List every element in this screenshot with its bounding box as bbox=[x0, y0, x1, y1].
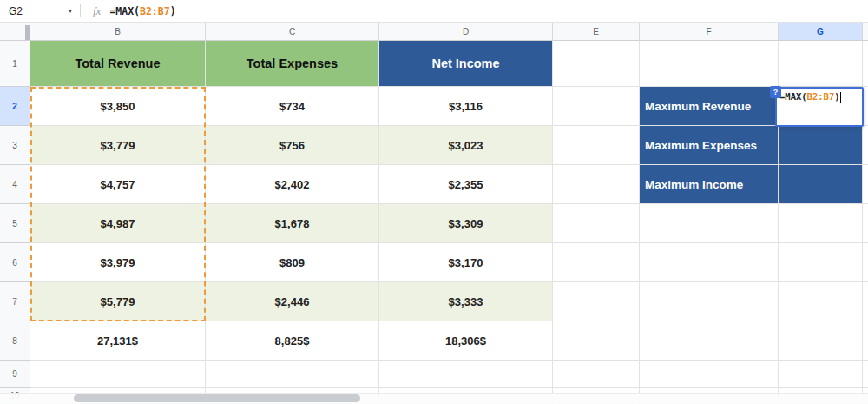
row-5: 5 $4,987 $1,678 $3,309 bbox=[0, 204, 868, 243]
row-header-8[interactable]: 8 bbox=[0, 321, 30, 361]
cell-B9[interactable] bbox=[30, 361, 206, 388]
cell-C1[interactable]: Total Expenses bbox=[206, 41, 379, 87]
active-cell-ref: G2 bbox=[9, 5, 23, 17]
cell-F2[interactable]: Maximum Revenue bbox=[640, 87, 779, 126]
spreadsheet-grid: B C D E F G 1 Total Revenue Total Expens… bbox=[0, 23, 868, 404]
horizontal-scrollbar-track[interactable] bbox=[0, 393, 868, 404]
column-header-G[interactable]: G bbox=[779, 23, 863, 41]
formula-input[interactable]: =MAX(B2:B7) bbox=[109, 5, 175, 17]
cell-G1[interactable] bbox=[779, 41, 863, 87]
cell-D3[interactable]: $3,023 bbox=[379, 126, 553, 165]
cell-C8[interactable]: 8,825$ bbox=[206, 321, 379, 361]
cell-C7[interactable]: $2,446 bbox=[206, 282, 379, 321]
row-header-5[interactable]: 5 bbox=[0, 204, 30, 243]
cell-D7[interactable]: $3,333 bbox=[379, 282, 553, 321]
cell-C4[interactable]: $2,402 bbox=[206, 165, 379, 204]
cell-G8[interactable] bbox=[779, 321, 863, 361]
row-header-2[interactable]: 2 bbox=[0, 87, 30, 126]
cell-editor-G2[interactable]: ?=MAX(B2:B7) bbox=[775, 87, 864, 127]
cell-filler bbox=[863, 41, 868, 87]
cell-F7[interactable] bbox=[640, 282, 779, 321]
cell-G6[interactable] bbox=[779, 243, 863, 282]
formula-help-icon[interactable]: ? bbox=[770, 86, 781, 98]
column-header-E[interactable]: E bbox=[553, 23, 640, 41]
cell-E9[interactable] bbox=[553, 361, 640, 388]
column-header-B[interactable]: B bbox=[30, 23, 206, 41]
cell-F1[interactable] bbox=[640, 41, 779, 87]
cell-filler bbox=[863, 361, 868, 388]
cell-B2[interactable]: $3,850 bbox=[30, 87, 206, 126]
cell-F4[interactable]: Maximum Income bbox=[640, 165, 779, 204]
cell-B1[interactable]: Total Revenue bbox=[30, 41, 206, 87]
hidden-column-indicator[interactable] bbox=[25, 25, 30, 40]
cell-G7[interactable] bbox=[779, 282, 863, 321]
cell-G4[interactable] bbox=[779, 165, 863, 204]
horizontal-scrollbar-thumb[interactable] bbox=[74, 394, 360, 402]
cell-D1[interactable]: Net Income bbox=[379, 41, 553, 87]
row-header-3[interactable]: 3 bbox=[0, 126, 30, 165]
cell-B3[interactable]: $3,779 bbox=[30, 126, 206, 165]
cell-D9[interactable] bbox=[379, 361, 553, 388]
cell-E8[interactable] bbox=[553, 321, 640, 361]
cell-G3[interactable] bbox=[779, 126, 863, 165]
name-box-dropdown-icon[interactable]: ▾ bbox=[62, 7, 78, 15]
name-box[interactable]: G2 bbox=[0, 0, 62, 22]
cell-E2[interactable] bbox=[553, 87, 640, 126]
cell-D6[interactable]: $3,170 bbox=[379, 243, 553, 282]
row-header-4[interactable]: 4 bbox=[0, 165, 30, 204]
cell-F5[interactable] bbox=[640, 204, 779, 243]
cell-D4[interactable]: $2,355 bbox=[379, 165, 553, 204]
cell-filler bbox=[863, 282, 868, 321]
cell-E3[interactable] bbox=[553, 126, 640, 165]
cell-D2[interactable]: $3,116 bbox=[379, 87, 553, 126]
cell-B8[interactable]: 27,131$ bbox=[30, 321, 206, 361]
cell-E4[interactable] bbox=[553, 165, 640, 204]
editor-formula-range-token: B2:B7 bbox=[807, 91, 835, 102]
row-header-9[interactable]: 9 bbox=[0, 361, 30, 388]
cell-C5[interactable]: $1,678 bbox=[206, 204, 379, 243]
row-2: 2 $3,850 $734 $3,116 Maximum Revenue bbox=[0, 87, 868, 126]
row-3: 3 $3,779 $756 $3,023 Maximum Expenses bbox=[0, 126, 868, 165]
cell-B7[interactable]: $5,779 bbox=[30, 282, 206, 321]
cell-C3[interactable]: $756 bbox=[206, 126, 379, 165]
corner-cell[interactable] bbox=[0, 23, 30, 41]
editor-formula-prefix: =MAX( bbox=[779, 91, 807, 102]
cell-C6[interactable]: $809 bbox=[206, 243, 379, 282]
cell-filler bbox=[863, 165, 868, 204]
formula-bar: G2 ▾ fx =MAX(B2:B7) bbox=[0, 0, 868, 23]
cell-filler bbox=[863, 204, 868, 243]
cell-F8[interactable] bbox=[640, 321, 779, 361]
cell-B4[interactable]: $4,757 bbox=[30, 165, 206, 204]
cell-filler bbox=[863, 243, 868, 282]
cell-F6[interactable] bbox=[640, 243, 779, 282]
cell-G5[interactable] bbox=[779, 204, 863, 243]
cell-D5[interactable]: $3,309 bbox=[379, 204, 553, 243]
cell-C9[interactable] bbox=[206, 361, 379, 388]
cell-D8[interactable]: 18,306$ bbox=[379, 321, 553, 361]
row-4: 4 $4,757 $2,402 $2,355 Maximum Income bbox=[0, 165, 868, 204]
cell-C2[interactable]: $734 bbox=[206, 87, 379, 126]
row-header-6[interactable]: 6 bbox=[0, 243, 30, 282]
column-header-F[interactable]: F bbox=[640, 23, 779, 41]
cell-filler bbox=[863, 321, 868, 361]
column-header-D[interactable]: D bbox=[379, 23, 553, 41]
formula-range-token: B2:B7 bbox=[140, 5, 170, 17]
cell-G9[interactable] bbox=[779, 361, 863, 388]
cell-E1[interactable] bbox=[553, 41, 640, 87]
row-8: 8 27,131$ 8,825$ 18,306$ bbox=[0, 321, 868, 361]
cell-filler bbox=[863, 126, 868, 165]
cell-E7[interactable] bbox=[553, 282, 640, 321]
cell-B5[interactable]: $4,987 bbox=[30, 204, 206, 243]
cell-E5[interactable] bbox=[553, 204, 640, 243]
formula-suffix: ) bbox=[170, 5, 176, 17]
row-6: 6 $3,979 $809 $3,170 bbox=[0, 243, 868, 282]
column-header-filler bbox=[863, 23, 868, 41]
row-header-1[interactable]: 1 bbox=[0, 41, 30, 87]
cell-F3[interactable]: Maximum Expenses bbox=[640, 126, 779, 165]
row-header-7[interactable]: 7 bbox=[0, 282, 30, 321]
cell-E6[interactable] bbox=[553, 243, 640, 282]
column-header-C[interactable]: C bbox=[206, 23, 379, 41]
formula-prefix: =MAX( bbox=[109, 5, 140, 17]
cell-B6[interactable]: $3,979 bbox=[30, 243, 206, 282]
cell-F9[interactable] bbox=[640, 361, 779, 388]
